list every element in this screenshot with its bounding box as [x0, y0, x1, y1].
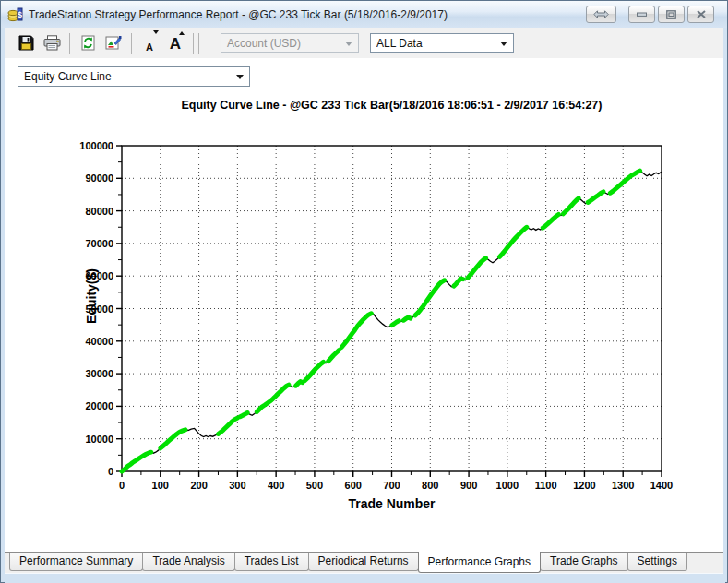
svg-text:80000: 80000 [85, 206, 113, 217]
refresh-report-button[interactable] [76, 31, 100, 55]
report-content: Equity Curve Line Equity Curve Line - @G… [5, 58, 725, 552]
svg-text:0: 0 [108, 466, 113, 477]
winning-run-highlight [468, 258, 486, 279]
svg-text:0: 0 [119, 480, 125, 491]
svg-text:1300: 1300 [612, 480, 634, 491]
svg-text:50000: 50000 [85, 303, 113, 315]
titlebar: $ TradeStation Strategy Performance Repo… [1, 1, 727, 29]
equity-curve-chart: 0100200300400500600700800900100011001200… [5, 58, 725, 552]
svg-text:900: 900 [460, 480, 477, 491]
window-right-border [723, 28, 727, 582]
chevron-down-icon [345, 42, 352, 46]
toolbar-separator [198, 33, 199, 54]
winning-run-highlight [240, 413, 247, 417]
svg-text:1200: 1200 [573, 480, 595, 491]
font-increase-button[interactable]: A [163, 30, 187, 56]
window-bottom-border [5, 573, 725, 583]
data-range-select[interactable]: ALL Data [370, 33, 514, 53]
refresh-icon [80, 35, 96, 51]
save-icon [18, 35, 34, 51]
svg-text:60000: 60000 [85, 270, 113, 281]
svg-text:800: 800 [422, 480, 438, 491]
format-report-button[interactable] [101, 31, 125, 55]
winning-run-highlight [500, 227, 527, 256]
winning-run-highlight [588, 192, 603, 203]
window-controls [586, 6, 714, 23]
winning-run-highlight [404, 317, 412, 320]
window-left-border [1, 28, 5, 582]
data-range-select-value: ALL Data [376, 37, 423, 50]
tab-periodical-returns[interactable]: Periodical Returns [308, 553, 419, 571]
winning-run-highlight [392, 321, 400, 326]
chevron-down-icon [500, 42, 507, 46]
svg-text:500: 500 [306, 480, 323, 491]
account-select[interactable]: Account (USD) [221, 33, 359, 53]
svg-text:1000: 1000 [496, 480, 519, 491]
svg-text:30000: 30000 [85, 368, 113, 379]
report-tabstrip: Performance SummaryTrade AnalysisTrades … [5, 552, 725, 574]
app-window: $ TradeStation Strategy Performance Repo… [0, 0, 728, 583]
print-icon [43, 35, 61, 51]
svg-text:70000: 70000 [85, 238, 113, 249]
winning-run-highlight [543, 215, 558, 229]
svg-text:200: 200 [190, 480, 207, 491]
winning-run-highlight [257, 385, 289, 411]
tab-performance-graphs[interactable]: Performance Graphs [418, 552, 541, 573]
svg-text:300: 300 [229, 480, 245, 491]
svg-text:100000: 100000 [79, 140, 113, 151]
maximize-button[interactable] [658, 6, 685, 23]
tab-performance-summary[interactable]: Performance Summary [9, 553, 143, 571]
tab-trade-graphs[interactable]: Trade Graphs [540, 553, 628, 571]
window-title: TradeStation Strategy Performance Report… [29, 8, 586, 21]
minimize-button[interactable] [628, 6, 655, 23]
app-icon: $ [7, 7, 24, 22]
toolbar-separator [69, 33, 70, 54]
svg-text:100: 100 [152, 480, 169, 491]
winning-run-highlight [219, 418, 238, 434]
svg-text:600: 600 [345, 480, 362, 491]
svg-text:$: $ [18, 10, 22, 19]
resize-button[interactable] [586, 6, 616, 23]
font-decrease-icon: A [146, 42, 153, 53]
account-select-value: Account (USD) [227, 37, 301, 50]
tab-trades-list[interactable]: Trades List [234, 553, 309, 571]
winning-run-highlight [341, 314, 371, 348]
close-button[interactable] [687, 6, 714, 23]
font-increase-icon: A [170, 35, 181, 54]
toolbar: A A Account (USD) ALL Data [5, 28, 725, 59]
format-icon [105, 35, 123, 51]
svg-text:400: 400 [268, 480, 284, 491]
winning-run-highlight [305, 362, 324, 380]
winning-run-highlight [610, 171, 639, 193]
font-decrease-button[interactable]: A [137, 29, 161, 57]
toolbar-separator [193, 33, 194, 54]
svg-text:20000: 20000 [85, 400, 113, 411]
winning-run-highlight [296, 382, 304, 387]
save-button[interactable] [14, 31, 38, 55]
toolbar-separator [131, 33, 132, 54]
svg-text:1400: 1400 [650, 480, 673, 491]
winning-run-highlight [563, 198, 579, 214]
print-button[interactable] [40, 31, 64, 55]
winning-run-highlight [122, 452, 151, 471]
svg-text:40000: 40000 [85, 336, 113, 347]
winning-run-highlight [415, 280, 445, 315]
winning-run-highlight [328, 351, 340, 362]
tab-trade-analysis[interactable]: Trade Analysis [142, 553, 234, 571]
svg-text:10000: 10000 [85, 434, 113, 445]
svg-text:700: 700 [383, 480, 400, 491]
svg-text:1100: 1100 [535, 480, 557, 491]
winning-run-highlight [454, 279, 463, 286]
svg-text:90000: 90000 [85, 173, 113, 184]
tab-settings[interactable]: Settings [627, 553, 687, 571]
